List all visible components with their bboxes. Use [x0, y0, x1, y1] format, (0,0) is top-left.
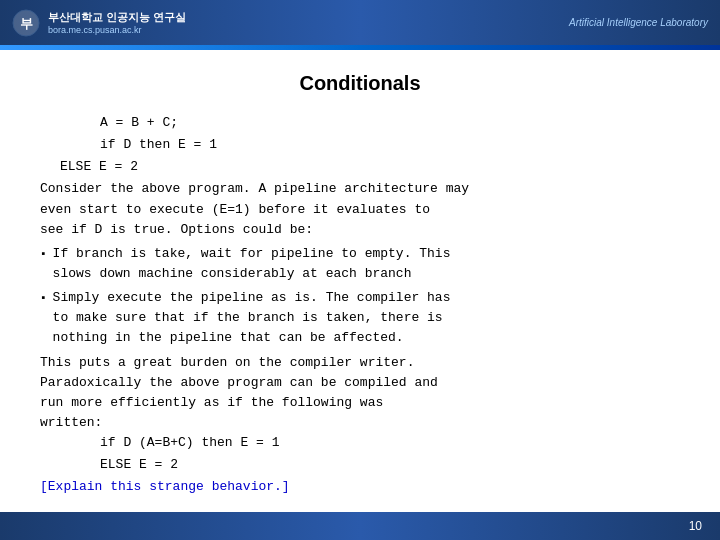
- explain-text: [Explain this strange behavior.]: [40, 477, 680, 497]
- university-name: 부산대학교 인공지능 연구실: [48, 10, 186, 24]
- bullet2-line3: nothing in the pipeline that can be affe…: [53, 328, 680, 348]
- code-line-3: ELSE E = 2: [60, 157, 680, 177]
- slide-title: Conditionals: [40, 68, 680, 99]
- svg-text:부: 부: [20, 17, 33, 32]
- header-bar: 부 부산대학교 인공지능 연구실 bora.me.cs.pusan.ac.kr …: [0, 0, 720, 45]
- header-left: 부 부산대학교 인공지능 연구실 bora.me.cs.pusan.ac.kr: [12, 9, 186, 37]
- bullet-2-text: Simply execute the pipeline as is. The c…: [53, 288, 680, 348]
- para2-line1: This puts a great burden on the compiler…: [40, 353, 680, 373]
- para1-line2: even start to execute (E=1) before it ev…: [40, 200, 680, 220]
- bullet-item-1: ▪ If branch is take, wait for pipeline t…: [40, 244, 680, 284]
- main-text-block: A = B + C; if D then E = 1 ELSE E = 2 Co…: [40, 113, 680, 498]
- university-url: bora.me.cs.pusan.ac.kr: [48, 25, 186, 35]
- bullet-1-text: If branch is take, wait for pipeline to …: [53, 244, 680, 284]
- code-line-5: ELSE E = 2: [100, 455, 680, 475]
- slide-content: Conditionals A = B + C; if D then E = 1 …: [0, 50, 720, 508]
- bullet2-line2: to make sure that if the branch is taken…: [53, 308, 680, 328]
- para1-line1: Consider the above program. A pipeline a…: [40, 179, 680, 199]
- bullet1-line2: slows down machine considerably at each …: [53, 264, 680, 284]
- header-logo-block: 부산대학교 인공지능 연구실 bora.me.cs.pusan.ac.kr: [48, 10, 186, 34]
- page-number: 10: [689, 519, 702, 533]
- code-line-4: if D (A=B+C) then E = 1: [100, 433, 680, 453]
- para2-line2: Paradoxically the above program can be c…: [40, 373, 680, 393]
- bullet1-line1: If branch is take, wait for pipeline to …: [53, 244, 680, 264]
- para1-line3: see if D is true. Options could be:: [40, 220, 680, 240]
- university-logo-icon: 부: [12, 9, 40, 37]
- footer-bar: 10: [0, 512, 720, 540]
- code-line-2: if D then E = 1: [100, 135, 680, 155]
- bullet2-line1: Simply execute the pipeline as is. The c…: [53, 288, 680, 308]
- bullet-icon-2: ▪: [40, 290, 47, 348]
- bullet-item-2: ▪ Simply execute the pipeline as is. The…: [40, 288, 680, 348]
- bullet-icon-1: ▪: [40, 246, 47, 284]
- code-line-1: A = B + C;: [100, 113, 680, 133]
- lab-name: Artificial Intelligence Laboratory: [569, 17, 708, 28]
- para2-line4: written:: [40, 413, 680, 433]
- para2-line3: run more efficiently as if the following…: [40, 393, 680, 413]
